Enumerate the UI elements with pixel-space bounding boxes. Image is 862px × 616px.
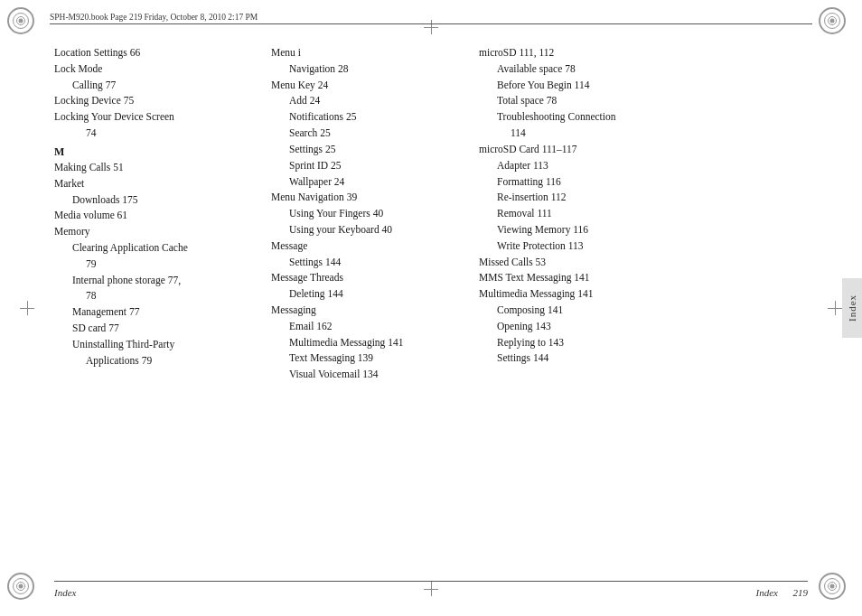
footer: Index Index 219 [54,581,808,598]
index-entry: Message [271,238,461,255]
index-entry: Using your Keyboard 40 [271,222,461,238]
index-entry: Management 77 [54,304,253,321]
index-entry: Clearing Application Cache [54,240,253,257]
index-entry: Sprint ID 25 [271,158,461,174]
index-entry: Multimedia Messaging 141 [271,335,461,351]
index-entry: Deleting 144 [271,286,461,303]
index-entry: Notifications 25 [271,109,461,126]
index-entry: 78 [54,288,253,304]
index-entry: MMS Text Messaging 141 [479,270,808,286]
index-entry: Locking Device 75 [54,93,253,109]
index-entry: Available space 78 [479,61,808,78]
index-entry: Formatting 116 [479,174,808,191]
header-bar: SPH-M920.book Page 219 Friday, October 8… [50,13,812,24]
index-entry: Settings 144 [271,255,461,271]
index-entry: Removal 111 [479,206,808,222]
index-entry: Using Your Fingers 40 [271,206,461,222]
index-entry: 74 [54,126,253,142]
index-entry: Menu i [271,45,461,61]
corner-decoration-br [819,573,855,609]
footer-label: Index [54,587,76,598]
index-entry: 79 [54,257,253,273]
index-entry: microSD 111, 112 [479,45,808,61]
index-entry: Opening 143 [479,319,808,335]
corner-decoration-bl [7,573,43,609]
index-entry: Settings 25 [271,142,461,158]
index-entry: Locking Your Device Screen [54,109,253,126]
footer-page: Index 219 [756,587,808,598]
index-column-2: Menu iNavigation 28Menu Key 24Add 24Noti… [262,45,470,566]
index-entry: Location Settings 66 [54,45,253,61]
header-text: SPH-M920.book Page 219 Friday, October 8… [50,13,258,22]
index-entry: Making Calls 51 [54,160,253,176]
index-entry: Troubleshooting Connection [479,109,808,126]
index-entry: Replying to 143 [479,335,808,351]
index-entry: Internal phone storage 77, [54,273,253,289]
index-entry: Before You Begin 114 [479,78,808,94]
index-entry: Media volume 61 [54,208,253,224]
index-entry: Message Threads [271,270,461,286]
index-entry: Multimedia Messaging 141 [479,286,808,303]
index-entry: Market [54,176,253,192]
index-entry: Visual Voicemail 134 [271,367,461,383]
index-entry: Downloads 175 [54,192,253,209]
crosshair-right [828,301,842,315]
index-entry: Calling 77 [54,78,253,94]
index-entry: Email 162 [271,319,461,335]
crosshair-left [20,301,34,315]
index-entry: Re-insertion 112 [479,190,808,206]
corner-decoration-tl [7,7,43,43]
index-entry: Menu Navigation 39 [271,190,461,206]
index-entry: Composing 141 [479,303,808,319]
index-entry: Write Protection 113 [479,238,808,255]
index-entry: Add 24 [271,93,461,109]
index-entry: Messaging [271,303,461,319]
index-entry: Applications 79 [54,353,253,369]
index-entry: Adapter 113 [479,158,808,174]
index-tab: Index [842,278,862,338]
index-entry: Settings 144 [479,350,808,367]
index-entry: Menu Key 24 [271,78,461,94]
index-entry: Uninstalling Third-Party [54,337,253,353]
index-entry: Missed Calls 53 [479,255,808,271]
index-entry: Lock Mode [54,61,253,78]
index-entry: Viewing Memory 116 [479,222,808,238]
index-entry: microSD Card 111–117 [479,142,808,158]
corner-decoration-tr [819,7,855,43]
index-column-3: microSD 111, 112Available space 78Before… [470,45,817,566]
index-entry: 114 [479,126,808,142]
index-entry: Total space 78 [479,93,808,109]
main-content: Location Settings 66Lock ModeCalling 77L… [54,45,817,566]
index-entry: Memory [54,224,253,240]
index-entry: M [54,145,253,159]
index-entry: Search 25 [271,126,461,142]
index-entry: SD card 77 [54,321,253,337]
index-entry: Navigation 28 [271,61,461,78]
index-entry: Wallpaper 24 [271,174,461,191]
index-column-1: Location Settings 66Lock ModeCalling 77L… [54,45,262,566]
index-entry: Text Messaging 139 [271,350,461,367]
